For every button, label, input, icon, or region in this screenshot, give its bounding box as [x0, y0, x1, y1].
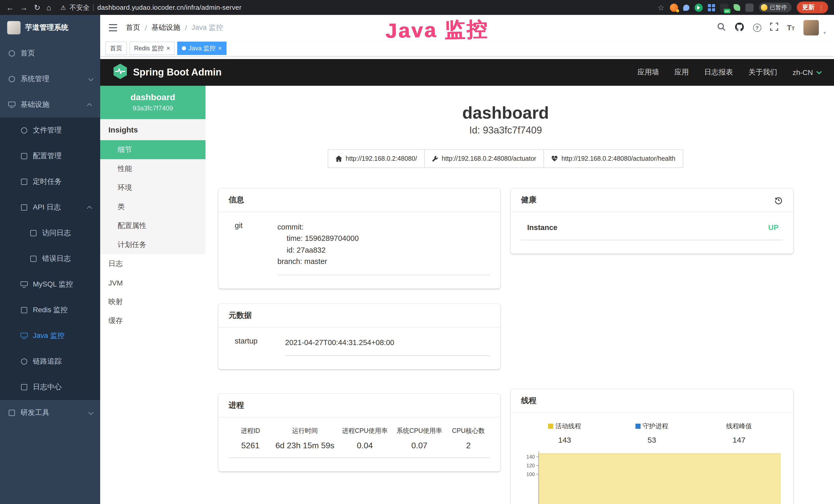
menu-item-details[interactable]: 细节 [100, 140, 205, 159]
browser-home-button[interactable]: ⌂ [46, 4, 51, 11]
home-icon [335, 156, 342, 162]
insights-group-label: Insights [100, 119, 205, 140]
chevron-up-icon [87, 103, 92, 108]
forward-button[interactable]: → [20, 4, 28, 11]
trace-icon [21, 358, 28, 365]
file-icon [21, 127, 28, 134]
github-icon[interactable] [734, 22, 744, 33]
sidebar-item-api-logs[interactable]: API 日志 [0, 194, 100, 220]
breadcrumb-current: Java 监控 [192, 23, 223, 32]
timer-icon [21, 178, 28, 185]
sidebar-item-log-center[interactable]: 日志中心 [0, 374, 100, 400]
health-url-link[interactable]: http://192.168.0.2:48080/actuator/health [544, 150, 683, 168]
active-threads-swatch [548, 423, 553, 429]
sidebar-item-label: 文件管理 [33, 126, 62, 135]
sba-nav-wallboard[interactable]: 应用墙 [637, 68, 659, 77]
active-threads-area [539, 453, 781, 504]
help-icon[interactable]: ? [753, 24, 761, 32]
breadcrumb-section[interactable]: 基础设施 [152, 23, 180, 32]
extension-icon-6[interactable] [733, 4, 740, 11]
sidebar-toggle-button[interactable] [108, 24, 118, 32]
menu-item-scheduled-tasks[interactable]: 计划任务 [100, 235, 205, 254]
menu-item-jvm[interactable]: JVM [100, 273, 205, 292]
sidebar-item-tracing[interactable]: 链路追踪 [0, 349, 100, 374]
search-icon[interactable] [717, 22, 726, 33]
tab-label: 首页 [110, 44, 122, 53]
menu-item-caches[interactable]: 缓存 [100, 311, 205, 330]
sba-nav-about[interactable]: 关于我们 [748, 68, 777, 77]
sidebar-item-system[interactable]: 系统管理 [0, 66, 100, 92]
fullscreen-icon[interactable] [770, 23, 778, 33]
sidebar-item-infra[interactable]: 基础设施 [0, 92, 100, 118]
sidebar-item-file-mgmt[interactable]: 文件管理 [0, 118, 100, 143]
menu-item-logs[interactable]: 日志 [100, 254, 205, 273]
extension-icon-5[interactable]: on [720, 3, 728, 12]
browser-toolbar-right: ☆ on 已暂停 更新 ⋮ [658, 2, 828, 13]
sba-nav-journal[interactable]: 日志报表 [704, 68, 733, 77]
menu-item-config-props[interactable]: 配置属性 [100, 216, 205, 235]
sba-content: dashboard Id: 93a3fc7f7409 http://192.16… [205, 86, 834, 504]
sidebar-item-label: 访问日志 [42, 229, 71, 238]
tab-java-monitor[interactable]: Java 监控 × [177, 42, 226, 55]
sidebar-item-label: API 日志 [33, 203, 61, 212]
logo-avatar [7, 21, 21, 35]
menu-item-environment[interactable]: 环境 [100, 178, 205, 197]
update-button[interactable]: 更新 ⋮ [796, 2, 828, 13]
back-button[interactable]: ← [6, 4, 14, 11]
sba-nav-applications[interactable]: 应用 [675, 68, 689, 77]
sidebar-item-home[interactable]: 首页 [0, 41, 100, 66]
app-logo[interactable]: 芋道管理系统 [0, 15, 100, 41]
tab-label: Redis 监控 [134, 44, 164, 53]
instance-id: 93a3fc7f7409 [104, 104, 201, 112]
address-bar[interactable]: ⚠ 不安全 dashboard.yudao.iocoder.cn/infra/a… [60, 3, 658, 12]
close-icon[interactable]: × [218, 45, 222, 51]
extension-icon-2[interactable] [683, 4, 689, 10]
service-url-link[interactable]: http://192.168.0.2:48080/ [328, 150, 425, 168]
menu-item-classes[interactable]: 类 [100, 197, 205, 216]
chevron-up-icon [87, 206, 92, 211]
extension-icon-1[interactable] [670, 3, 678, 12]
process-card: 进程 进程ID 运行时间 进程CPU使用率 系统CPU使用率 CPU核心数 [218, 394, 501, 472]
sidebar-item-dev-tools[interactable]: 研发工具 [0, 400, 100, 426]
emoji-face-icon [761, 4, 767, 11]
font-size-icon[interactable]: TT [787, 23, 795, 32]
sidebar-item-access-logs[interactable]: 访问日志 [0, 220, 100, 246]
breadcrumb-home[interactable]: 首页 [126, 23, 140, 32]
sidebar-item-redis-monitor[interactable]: Redis 监控 [0, 297, 100, 323]
extensions-puzzle-icon[interactable] [745, 3, 753, 12]
paused-label: 已暂停 [770, 4, 787, 11]
info-card: 信息 git commit: time: 1596289704000 id: 2… [218, 188, 501, 289]
address-divider [93, 4, 94, 11]
menu-item-mappings[interactable]: 映射 [100, 292, 205, 311]
menu-item-metrics[interactable]: 性能 [100, 159, 205, 178]
sidebar-item-label: 首页 [21, 49, 35, 58]
instance-header[interactable]: dashboard 93a3fc7f7409 [100, 86, 205, 119]
security-label[interactable]: 不安全 [70, 3, 90, 12]
actuator-url-link[interactable]: http://192.168.0.2:48080/actuator [424, 150, 544, 168]
infra-icon [8, 101, 16, 108]
tab-home[interactable]: 首页 [105, 42, 127, 55]
bookmark-star-icon[interactable]: ☆ [658, 3, 664, 12]
sidebar-item-scheduled-jobs[interactable]: 定时任务 [0, 169, 100, 194]
close-icon[interactable]: × [167, 45, 170, 51]
sidebar-item-error-logs[interactable]: 错误日志 [0, 246, 100, 272]
reload-button[interactable]: ↻ [34, 4, 40, 11]
avatar-caret-icon: ▾ [824, 30, 826, 36]
user-avatar[interactable] [804, 20, 819, 36]
extension-icon-4[interactable] [708, 4, 715, 11]
card-title: 进程 [228, 401, 244, 411]
sidebar-item-config-mgmt[interactable]: 配置管理 [0, 143, 100, 169]
paused-badge[interactable]: 已暂停 [759, 3, 791, 12]
url-text[interactable]: dashboard.yudao.iocoder.cn/infra/admin-s… [97, 4, 241, 11]
navbar-actions: ? TT ▾ [717, 20, 826, 36]
tab-redis-monitor[interactable]: Redis 监控 × [129, 42, 175, 55]
sidebar-item-label: Java 监控 [33, 331, 64, 340]
sidebar-item-mysql-monitor[interactable]: MySQL 监控 [0, 272, 100, 297]
annotation-text: Java 监控 [385, 15, 489, 45]
sidebar-item-java-monitor[interactable]: Java 监控 [0, 323, 100, 349]
locale-select[interactable]: zh-CN [793, 68, 822, 76]
extension-icon-3[interactable] [694, 3, 702, 12]
metadata-key: startup [228, 337, 285, 356]
history-icon[interactable] [774, 196, 783, 204]
kebab-menu-icon[interactable]: ⋮ [818, 4, 824, 11]
